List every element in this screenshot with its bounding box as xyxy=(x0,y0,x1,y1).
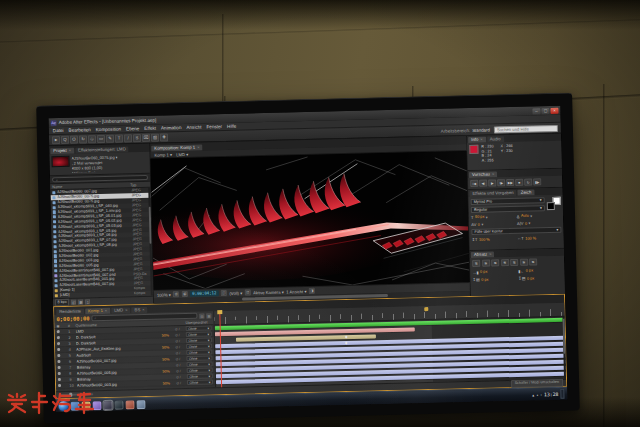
parent-select[interactable]: Ohne▾ xyxy=(186,343,212,348)
fill-stroke-swatches[interactable] xyxy=(547,197,561,210)
layer-opacity-value[interactable]: 50% xyxy=(162,357,169,361)
align-button-2[interactable]: ≡ xyxy=(491,259,499,266)
eye-icon[interactable] xyxy=(58,378,61,381)
menu-komposition[interactable]: Komposition xyxy=(96,127,121,133)
pixel-aspect-icon[interactable]: ◨ xyxy=(309,288,315,294)
tab-close-icon[interactable]: × xyxy=(142,307,144,312)
crumb-komp1[interactable]: Komp 1 ▾ xyxy=(154,152,172,157)
parent-select[interactable]: Ohne▾ xyxy=(186,349,212,354)
layer-visibility-icons[interactable] xyxy=(58,378,68,381)
layer-opacity-value[interactable]: 50% xyxy=(163,381,170,385)
eye-icon[interactable] xyxy=(58,384,61,387)
space-before-field[interactable]: ↥▤0 px xyxy=(473,275,517,282)
kerning-field[interactable]: AV0▾ xyxy=(471,220,515,227)
eye-icon[interactable] xyxy=(57,330,60,333)
tool-button-9[interactable]: S xyxy=(133,134,141,142)
draft3d-icon[interactable]: ⊠ xyxy=(206,313,211,318)
indent-left-field[interactable]: →▮0 px xyxy=(472,268,516,275)
timeline-timecode[interactable]: 0;00;00;00 xyxy=(56,315,89,322)
safe-areas-icon[interactable]: ⊞ xyxy=(173,291,179,297)
eye-icon[interactable] xyxy=(58,372,61,375)
mask-visibility-icon[interactable]: ▦ xyxy=(182,291,188,297)
font-size-field[interactable]: T50 px▾ xyxy=(471,213,515,220)
eye-icon[interactable] xyxy=(57,336,60,339)
font-family-select[interactable]: Myriad Pro▾ xyxy=(471,197,545,205)
align-button-5[interactable]: ≡ xyxy=(520,259,528,266)
align-button-4[interactable]: ≡ xyxy=(510,259,518,266)
preview-button-4[interactable]: ▶▶ xyxy=(506,179,514,186)
tool-button-7[interactable]: T xyxy=(115,134,123,142)
align-button-3[interactable]: ≡ xyxy=(501,259,509,266)
tool-button-2[interactable]: O xyxy=(70,136,78,144)
menu-ebene[interactable]: Ebene xyxy=(126,126,139,131)
tab-close-icon[interactable]: × xyxy=(125,307,127,312)
timeline-scrollbar[interactable] xyxy=(562,317,566,379)
crumb-lmd[interactable]: LMD ▾ xyxy=(176,151,188,156)
layer-visibility-icons[interactable] xyxy=(57,342,67,345)
tray-icon-2[interactable]: ▫ xyxy=(540,392,542,397)
font-style-select[interactable]: Regular▾ xyxy=(471,205,545,213)
parent-select[interactable]: Ohne▾ xyxy=(186,355,212,360)
taskbar-icon-after-effects[interactable] xyxy=(103,400,112,409)
layer-opacity-value[interactable]: 50% xyxy=(162,345,169,349)
tool-button-1[interactable]: Q xyxy=(61,136,69,144)
new-composition-icon[interactable]: ▦ xyxy=(78,300,83,305)
layer-switches[interactable]: ⊙ / xyxy=(171,375,185,379)
parent-select[interactable]: Ohne▾ xyxy=(186,331,212,336)
menu-hilfe[interactable]: Hilfe xyxy=(227,124,236,129)
layer-switches[interactable]: ⊙ / xyxy=(171,369,185,373)
layer-opacity-value[interactable]: 50% xyxy=(162,369,169,373)
help-search-input[interactable]: Suchen und Hilfe xyxy=(494,124,558,133)
minimize-button[interactable]: – xyxy=(532,108,540,114)
tray-icon-0[interactable]: ▴ xyxy=(532,392,534,397)
preview-button-0[interactable]: I◀ xyxy=(470,180,478,187)
composition-canvas[interactable] xyxy=(151,151,470,290)
tool-button-0[interactable]: ► xyxy=(52,136,60,144)
tool-button-10[interactable]: ⌧ xyxy=(142,134,150,142)
tool-button-3[interactable]: ↻ xyxy=(79,135,87,143)
parent-select[interactable]: Ohne▾ xyxy=(187,361,213,366)
layer-visibility-icons[interactable] xyxy=(57,360,67,363)
align-button-1[interactable]: ≡ xyxy=(482,260,490,267)
roi-icon[interactable]: ⊡ xyxy=(245,289,251,295)
preview-button-7[interactable]: ▮▶ xyxy=(533,178,541,185)
tray-icon-1[interactable]: ▪ xyxy=(537,392,539,397)
layer-switches[interactable]: ⊙ / xyxy=(170,327,184,331)
parent-select[interactable]: Ohne▾ xyxy=(186,325,212,330)
snapshot-icon[interactable]: ◫ xyxy=(221,290,227,296)
preview-button-2[interactable]: ▶ xyxy=(488,179,496,186)
new-folder-icon[interactable]: ▤ xyxy=(71,300,76,305)
leading-field[interactable]: A̲Auto▾ xyxy=(517,212,561,219)
eye-icon[interactable] xyxy=(57,354,60,357)
tool-button-12[interactable]: ✚ xyxy=(160,133,168,141)
menu-bearbeiten[interactable]: Bearbeiten xyxy=(68,127,90,133)
maximize-button[interactable]: □ xyxy=(541,108,549,114)
align-button-0[interactable]: ≡ xyxy=(472,260,480,267)
align-button-6[interactable]: ≡ xyxy=(529,258,537,265)
layer-visibility-icons[interactable] xyxy=(57,330,67,333)
camera-select[interactable]: Aktive Kamera ▾ xyxy=(253,289,284,295)
zoom-select[interactable]: 100% ▾ xyxy=(157,292,171,297)
layer-opacity-value[interactable]: 50% xyxy=(162,333,169,337)
layer-switches[interactable]: ⊙ / xyxy=(170,333,184,337)
eye-icon[interactable] xyxy=(57,348,60,351)
layer-switches[interactable]: ⊙ / xyxy=(171,381,185,385)
resolution-select[interactable]: (Voll) ▾ xyxy=(229,290,242,295)
trash-icon[interactable]: ▯ xyxy=(85,299,90,304)
layer-switches[interactable]: ⊙ / xyxy=(171,357,185,361)
layer-switches[interactable]: ⊙ / xyxy=(171,345,185,349)
horizontal-scale-field[interactable]: ⇔T100 % xyxy=(517,234,561,241)
tool-button-4[interactable]: ◇ xyxy=(88,135,96,143)
layer-visibility-icons[interactable] xyxy=(58,384,68,387)
preview-button-3[interactable]: I▶ xyxy=(497,179,505,186)
menu-datei[interactable]: Datei xyxy=(53,128,64,133)
space-after-field[interactable]: ↧▤0 px xyxy=(518,274,562,281)
tool-button-6[interactable]: ✎ xyxy=(106,135,114,143)
layer-visibility-icons[interactable] xyxy=(57,336,67,339)
preview-button-6[interactable]: ↻ xyxy=(524,179,532,186)
tool-button-11[interactable]: ▨ xyxy=(151,134,159,142)
tracking-field[interactable]: A|V0▾ xyxy=(517,219,561,226)
layer-visibility-icons[interactable] xyxy=(57,348,67,351)
preview-button-5[interactable]: ■ xyxy=(515,179,523,186)
eye-icon[interactable] xyxy=(57,360,60,363)
